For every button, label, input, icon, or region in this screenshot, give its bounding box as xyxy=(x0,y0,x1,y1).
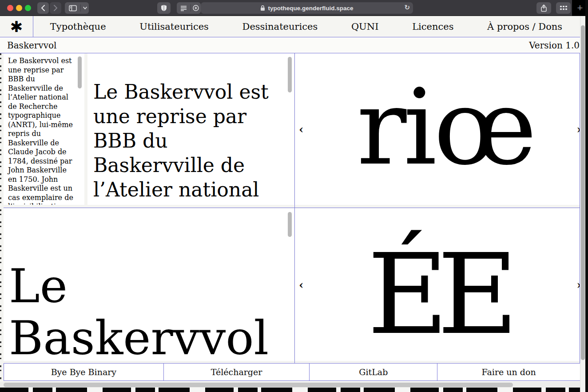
nav-item-apropos-dons[interactable]: À propos / Dons xyxy=(487,21,562,32)
tab-overview-button[interactable] xyxy=(556,2,571,14)
font-header: Baskervvol Version 1.0 xyxy=(0,37,580,53)
shield-icon xyxy=(161,4,167,12)
description-text-medium: Le Baskervvol est une reprise par BBB du… xyxy=(93,80,269,205)
nav-item-typotheque[interactable]: Typothèque xyxy=(50,21,106,32)
footer-link-gitlab[interactable]: GitLab xyxy=(310,364,437,380)
privacy-report-button[interactable] xyxy=(157,2,171,14)
sidebar-button-group xyxy=(65,2,89,14)
glyph-carousel-top: ‹ riœ › xyxy=(295,53,580,205)
grid-divider-horizontal xyxy=(4,208,580,208)
carousel-prev-button[interactable]: ‹ xyxy=(299,124,303,135)
site-logo[interactable]: ✱ xyxy=(0,16,33,37)
share-icon xyxy=(540,4,547,12)
window-right-edge xyxy=(585,0,588,392)
chevron-down-icon xyxy=(83,7,87,9)
text-zoom-button[interactable] xyxy=(191,5,201,11)
sidebar-menu-button[interactable] xyxy=(81,7,89,9)
nav-links: Typothèque Utilisateurices Dessinateuric… xyxy=(33,16,579,37)
nav-item-dessinateurices[interactable]: Dessinateurices xyxy=(242,21,318,32)
tab-grid-icon xyxy=(560,6,567,11)
font-title: Baskervvol xyxy=(7,40,56,51)
vertical-scrollbar-thumb[interactable] xyxy=(581,25,585,360)
site-nav: ✱ Typothèque Utilisateurices Dessinateur… xyxy=(0,16,588,37)
clipped-left-glyphs xyxy=(0,53,1,381)
carousel-prev-button[interactable]: ‹ xyxy=(299,279,303,291)
glyph-carousel-bottom: ‹ ÉE › xyxy=(295,208,580,361)
asterisk-logo-icon: ✱ xyxy=(10,18,23,36)
specimen-panel-giant[interactable]: Le Baskervvol est une xyxy=(4,208,294,361)
description-panel-medium[interactable]: Le Baskervvol est une reprise par BBB du… xyxy=(87,53,294,205)
nav-item-quni[interactable]: QUNI xyxy=(351,21,379,32)
circle-plus-icon xyxy=(193,5,199,11)
browser-toolbar: typotheque.genderfluid.space ↻ + xyxy=(0,0,588,16)
back-chevron-icon xyxy=(41,5,45,11)
grid-divider-vertical xyxy=(294,53,295,363)
footer-link-label: Faire un don xyxy=(482,367,536,377)
reader-zoom-group xyxy=(177,2,201,14)
footer-link-byebyebinary[interactable]: Bye Bye Binary xyxy=(4,364,164,380)
panel-scrollbar-thumb[interactable] xyxy=(288,57,292,92)
url-text: typotheque.genderfluid.space xyxy=(268,5,353,12)
vertical-scrollbar[interactable] xyxy=(580,16,585,392)
panel-scrollbar-thumb[interactable] xyxy=(78,56,82,88)
zoom-window-button[interactable] xyxy=(25,5,31,11)
footer: Bye Bye Binary Télécharger GitLab Faire … xyxy=(4,363,580,381)
nav-item-licences[interactable]: Licences xyxy=(412,21,453,32)
safari-window: typotheque.genderfluid.space ↻ + xyxy=(0,0,588,392)
glyph-specimen-ee-ligature: ÉE xyxy=(367,239,507,350)
reload-button[interactable]: ↻ xyxy=(404,4,410,12)
minimize-window-button[interactable] xyxy=(16,5,22,11)
horizontal-scrollbar[interactable] xyxy=(0,382,580,388)
address-bar[interactable]: typotheque.genderfluid.space ↻ xyxy=(201,2,413,14)
forward-chevron-icon xyxy=(53,5,58,11)
horizontal-scrollbar-thumb[interactable] xyxy=(4,383,513,387)
reader-lines-icon xyxy=(180,5,187,11)
footer-link-telecharger[interactable]: Télécharger xyxy=(164,364,310,380)
new-tab-plus-icon: + xyxy=(577,2,583,14)
footer-link-label: Bye Bye Binary xyxy=(51,367,116,377)
footer-link-faire-un-don[interactable]: Faire un don xyxy=(437,364,580,380)
description-text-small: Le Baskervvol est une reprise par BBB du… xyxy=(8,56,73,205)
lock-icon xyxy=(260,5,265,11)
sidebar-icon xyxy=(69,5,77,12)
reader-view-button[interactable] xyxy=(177,5,191,11)
panel-scrollbar-thumb[interactable] xyxy=(288,212,292,237)
sidebar-toggle-button[interactable] xyxy=(65,5,80,12)
footer-link-label: Télécharger xyxy=(211,367,262,377)
share-button[interactable] xyxy=(536,2,551,14)
clipped-glyph-tops xyxy=(0,388,580,392)
description-panel-small[interactable]: Le Baskervvol est une reprise par BBB du… xyxy=(4,53,84,205)
nav-item-utilisateurices[interactable]: Utilisateurices xyxy=(139,21,209,32)
forward-button[interactable] xyxy=(50,2,61,14)
close-window-button[interactable] xyxy=(7,5,13,11)
footer-link-label: GitLab xyxy=(359,367,388,377)
back-button[interactable] xyxy=(37,2,49,14)
specimen-text-giant: Le Baskervvol est une xyxy=(9,259,269,361)
glyph-specimen-rice-ligature: riœ xyxy=(357,75,534,180)
font-version: Version 1.0 xyxy=(529,40,580,51)
